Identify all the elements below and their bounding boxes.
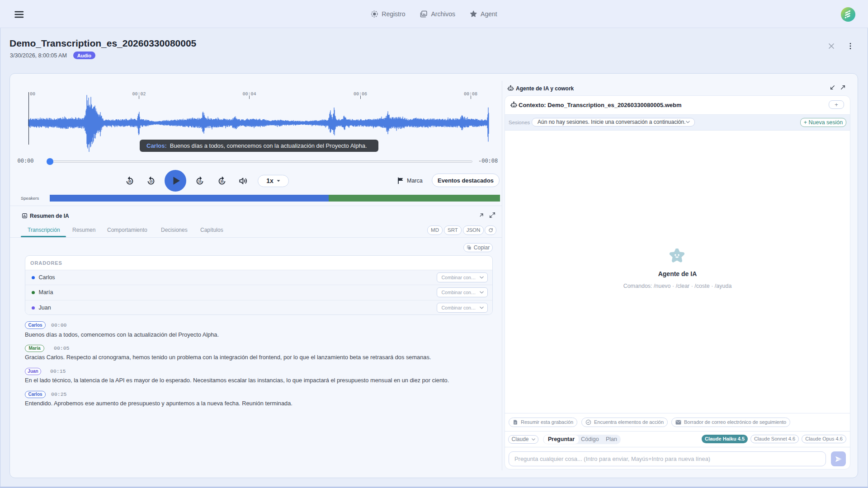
svg-text:30: 30 (220, 179, 224, 183)
svg-text:10: 10 (198, 179, 202, 183)
svg-text:30: 30 (128, 179, 132, 183)
svg-text:10: 10 (149, 179, 153, 183)
